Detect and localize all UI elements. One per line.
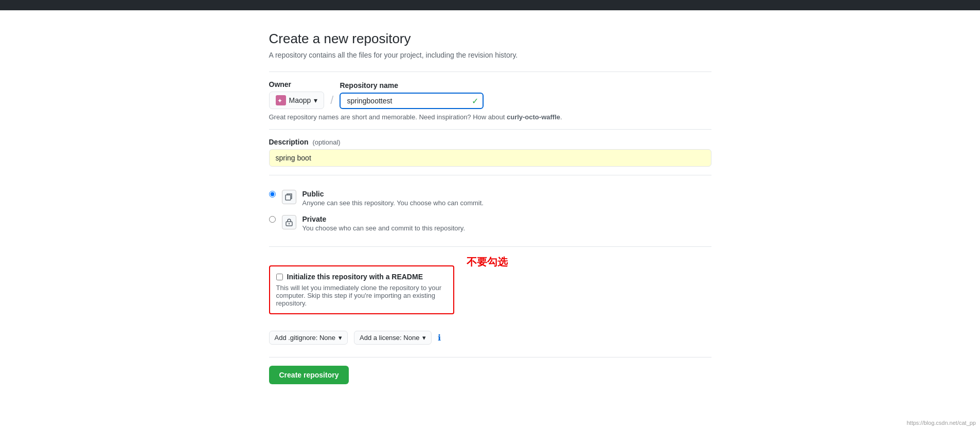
- valid-check-icon: ✓: [472, 96, 478, 106]
- page-subtitle: A repository contains all the files for …: [269, 51, 711, 59]
- page-title: Create a new repository: [269, 31, 711, 47]
- owner-avatar-icon: ✦: [276, 95, 286, 105]
- info-icon[interactable]: ℹ: [438, 333, 441, 343]
- description-optional: (optional): [312, 138, 340, 146]
- divider-2: [269, 129, 711, 130]
- main-content: Create a new repository A repository con…: [259, 10, 722, 415]
- public-icon: [282, 190, 296, 204]
- public-label: Public: [302, 190, 484, 198]
- initialize-row: Initialize this repository with a README: [276, 273, 447, 281]
- repo-name-field-group: Repository name ✓: [340, 81, 484, 109]
- initialize-wrapper: Initialize this repository with a README…: [269, 255, 711, 325]
- gitignore-arrow: ▾: [338, 334, 342, 342]
- create-repository-button[interactable]: Create repository: [269, 366, 349, 384]
- repo-name-wrapper: ✓: [340, 93, 484, 109]
- hint-suggestion: curly-octo-waffle: [507, 113, 560, 121]
- description-label-row: Description (optional): [269, 138, 711, 146]
- description-input[interactable]: [269, 149, 711, 167]
- initialize-checkbox[interactable]: [276, 274, 283, 280]
- private-content: Private You choose who can see and commi…: [302, 215, 466, 232]
- visibility-section: Public Anyone can see this repository. Y…: [269, 186, 711, 236]
- repo-name-label: Repository name: [340, 81, 484, 89]
- license-dropdown[interactable]: Add a license: None ▾: [354, 331, 432, 345]
- gitignore-label: Add .gitignore: None: [275, 334, 336, 342]
- hint-text-after: .: [560, 113, 562, 121]
- gitignore-dropdown[interactable]: Add .gitignore: None ▾: [269, 331, 348, 345]
- private-radio[interactable]: [269, 216, 276, 223]
- private-option: Private You choose who can see and commi…: [269, 211, 711, 236]
- public-option: Public Anyone can see this repository. Y…: [269, 186, 711, 211]
- initialize-section: Initialize this repository with a README…: [269, 265, 454, 314]
- public-content: Public Anyone can see this repository. Y…: [302, 190, 484, 207]
- initialize-desc: This will let you immediately clone the …: [276, 284, 447, 307]
- divider-3: [269, 175, 711, 175]
- description-label: Description: [269, 138, 309, 146]
- initialize-label: Initialize this repository with a README: [287, 273, 423, 281]
- owner-repo-row: Owner ✦ Maopp ▾ / Repository name ✓: [269, 80, 711, 109]
- svg-rect-2: [286, 195, 291, 200]
- owner-field-group: Owner ✦ Maopp ▾: [269, 80, 325, 109]
- private-label: Private: [302, 215, 466, 223]
- initialize-annotation: 不要勾选: [467, 255, 508, 269]
- divider-4: [269, 246, 711, 247]
- top-navigation-bar: [0, 0, 980, 10]
- private-desc: You choose who can see and commit to thi…: [302, 224, 466, 232]
- divider-5: [269, 357, 711, 357]
- license-label: Add a license: None: [360, 334, 419, 342]
- slash-separator: /: [328, 94, 335, 107]
- top-divider: [269, 71, 711, 72]
- extra-options: Add .gitignore: None ▾ Add a license: No…: [269, 331, 711, 345]
- public-desc: Anyone can see this repository. You choo…: [302, 199, 484, 207]
- svg-text:✦: ✦: [277, 97, 282, 104]
- repo-name-hint: Great repository names are short and mem…: [269, 113, 711, 121]
- owner-label: Owner: [269, 80, 325, 88]
- repo-name-input[interactable]: [340, 93, 484, 109]
- svg-point-4: [288, 223, 289, 224]
- owner-dropdown-arrow: ▾: [314, 96, 317, 104]
- public-radio[interactable]: [269, 191, 276, 198]
- owner-dropdown-button[interactable]: ✦ Maopp ▾: [269, 92, 325, 109]
- hint-text-before: Great repository names are short and mem…: [269, 113, 507, 121]
- license-arrow: ▾: [422, 334, 426, 342]
- private-icon: [282, 215, 296, 229]
- description-group: Description (optional): [269, 138, 711, 167]
- owner-name: Maopp: [289, 96, 311, 104]
